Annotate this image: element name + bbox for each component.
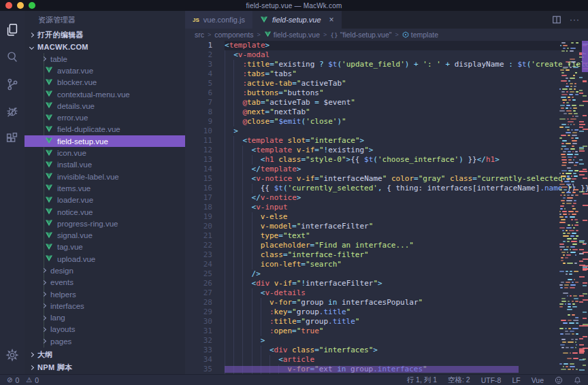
js-file-icon: JS [193, 17, 199, 23]
breadcrumb-item[interactable]: components [214, 31, 253, 39]
debug-icon[interactable] [0, 98, 24, 125]
vue-file-icon [45, 150, 53, 157]
tree-file-invisible-label.vue[interactable]: invisible-label.vue [24, 171, 185, 182]
vue-file-icon [45, 232, 53, 239]
tree-file-contextual-menu.vue[interactable]: contextual-menu.vue [24, 88, 185, 100]
tree-file-blocker.vue[interactable]: blocker.vue [24, 77, 185, 88]
tab-vue.config.js[interactable]: JSvue.config.js [185, 11, 252, 29]
tree-file-progress-ring.vue[interactable]: progress-ring.vue [24, 218, 185, 229]
tree-file-loader.vue[interactable]: loader.vue [24, 195, 185, 206]
outline-section[interactable]: 大纲 [24, 348, 185, 361]
code-line-16: {{ $t('currently_selected', { thing: int… [225, 184, 588, 193]
tree-file-install.vue[interactable]: install.vue [24, 159, 185, 171]
tree-file-notice.vue[interactable]: notice.vue [24, 206, 185, 218]
file-tree: tableavatar.vueblocker.vuecontextual-men… [24, 53, 185, 348]
tree-folder-table[interactable]: table [24, 53, 185, 65]
chevron-right-icon [42, 327, 46, 332]
status-item-UTF-8[interactable]: UTF-8 [481, 376, 502, 384]
status-item[interactable] [574, 376, 581, 384]
breadcrumb-item[interactable]: {}"field-setup.vue" [330, 31, 391, 39]
outline-label: 大纲 [37, 350, 53, 360]
settings-gear-icon[interactable] [0, 341, 24, 369]
open-editors-section[interactable]: 打开的编辑器 [24, 29, 185, 41]
tree-item-label: details.vue [57, 102, 95, 110]
status-label: 0 [35, 376, 39, 384]
tree-folder-interfaces[interactable]: interfaces [24, 300, 185, 312]
extensions-icon[interactable] [0, 125, 24, 152]
breadcrumb-item[interactable]: field-setup.vue [264, 31, 320, 39]
vertical-scrollbar[interactable] [582, 41, 588, 72]
tree-item-label: layouts [50, 325, 75, 333]
status-item-行 1, 列 1[interactable]: 行 1, 列 1 [407, 375, 437, 385]
breadcrumb-label: field-setup.vue [274, 31, 320, 39]
source-control-icon[interactable] [0, 71, 24, 98]
activity-bar [0, 11, 24, 374]
tree-file-details.vue[interactable]: details.vue [24, 100, 185, 112]
code-line-18: <v-input [225, 203, 588, 212]
npm-scripts-section[interactable]: NPM 脚本 [24, 361, 185, 373]
breadcrumb-label: src [195, 31, 204, 39]
more-actions-icon[interactable]: ··· [570, 15, 580, 24]
code-line-7: @tab="activeTab = $event" [225, 98, 588, 107]
minimize-window-button[interactable] [17, 2, 24, 9]
tree-file-avatar.vue[interactable]: avatar.vue [24, 65, 185, 76]
chevron-down-icon [29, 44, 34, 49]
breadcrumb-separator: > [395, 31, 399, 38]
chevron-right-icon [42, 292, 46, 297]
split-editor-icon[interactable] [552, 15, 561, 24]
tree-file-field-setup.vue[interactable]: field-setup.vue [24, 135, 185, 147]
code-line-11: <template slot="interface"> [225, 136, 588, 146]
tree-folder-design[interactable]: design [24, 265, 185, 276]
tree-folder-layouts[interactable]: layouts [24, 324, 185, 335]
search-icon[interactable] [0, 44, 24, 71]
breadcrumb-item[interactable]: src [195, 31, 204, 39]
explorer-icon[interactable] [0, 16, 24, 44]
vue-file-icon [45, 90, 53, 98]
vue-file-icon [45, 114, 53, 122]
tree-file-signal.vue[interactable]: signal.vue [24, 229, 185, 241]
root-folder-row[interactable]: MACWK.COM [24, 41, 185, 53]
code-line-23: class="interface-filter" [225, 250, 588, 260]
tree-file-upload.vue[interactable]: upload.vue [24, 253, 185, 265]
tab-field-setup.vue[interactable]: field-setup.vue× [252, 11, 342, 29]
status-item-LF[interactable]: LF [512, 376, 520, 384]
tree-file-tag.vue[interactable]: tag.vue [24, 241, 185, 253]
tree-item-label: design [50, 267, 74, 275]
tree-folder-helpers[interactable]: helpers [24, 288, 185, 300]
code-line-31: :open="true" [225, 327, 588, 336]
code-line-25: /> [225, 269, 588, 279]
horizontal-scrollbar[interactable] [225, 366, 519, 373]
tree-item-label: invisible-label.vue [57, 173, 119, 181]
code-line-22: placeholder="Find an interface..." [225, 241, 588, 250]
tree-file-items.vue[interactable]: items.vue [24, 182, 185, 194]
tree-item-label: progress-ring.vue [57, 220, 118, 228]
tab-bar: JSvue.config.jsfield-setup.vue× ··· [185, 11, 588, 29]
status-item-空格: 2[interactable]: 空格: 2 [448, 375, 470, 385]
tree-file-icon.vue[interactable]: icon.vue [24, 147, 185, 158]
status-item-Vue[interactable]: Vue [532, 376, 544, 384]
tree-file-field-duplicate.vue[interactable]: field-duplicate.vue [24, 124, 185, 135]
tree-item-label: notice.vue [57, 208, 93, 216]
tree-folder-pages[interactable]: pages [24, 335, 185, 347]
template-symbol-icon [402, 31, 409, 38]
tree-item-label: icon.vue [57, 149, 86, 157]
status-item-0[interactable]: ⊘0 [7, 376, 19, 384]
tree-item-label: install.vue [57, 161, 92, 169]
tree-file-error.vue[interactable]: error.vue [24, 112, 185, 123]
main-area: 资源管理器 打开的编辑器 MACWK.COM tableavatar.vuebl… [0, 11, 588, 374]
breadcrumb-item[interactable]: template [402, 31, 438, 39]
tree-item-label: contextual-menu.vue [57, 90, 130, 99]
close-window-button[interactable] [5, 2, 12, 9]
tab-label: field-setup.vue [272, 16, 321, 24]
errors-icon: ⊘ [7, 376, 12, 384]
minimap[interactable] [559, 41, 578, 374]
close-tab-icon[interactable]: × [329, 15, 334, 24]
status-item[interactable] [555, 376, 563, 384]
zoom-window-button[interactable] [29, 2, 35, 9]
code-content[interactable]: <template><v-modal:title="existing ? $t(… [225, 41, 588, 374]
tree-folder-events[interactable]: events [24, 277, 185, 288]
tree-item-label: field-setup.vue [57, 137, 108, 146]
chevron-right-icon [42, 280, 46, 285]
status-item-0[interactable]: ⚠0 [26, 376, 39, 384]
tree-folder-lang[interactable]: lang [24, 312, 185, 324]
